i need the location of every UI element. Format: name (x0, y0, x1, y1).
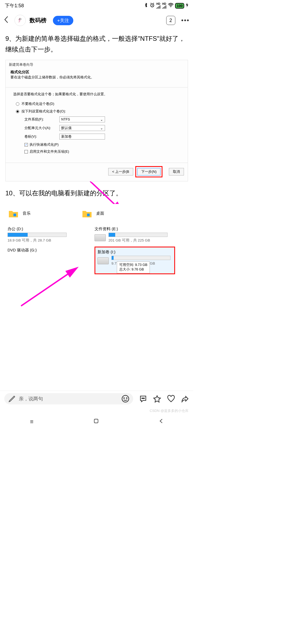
svg-point-10 (124, 398, 125, 398)
library-desktop[interactable]: 桌面 (82, 208, 104, 219)
drive-e-progress (108, 233, 168, 237)
svg-point-11 (126, 398, 127, 398)
checkbox-checked-icon: ✓ (24, 143, 28, 147)
next-button-wiz[interactable]: 下一步(N) (137, 168, 161, 175)
svg-point-14 (144, 398, 145, 398)
wizard-heading: 格式化分区 (10, 70, 183, 75)
status-time: 下午1:58 (5, 2, 24, 9)
recents-button[interactable]: ≡ (30, 418, 34, 425)
alarm-icon (150, 3, 155, 9)
drive-d-progress (8, 233, 67, 237)
svg-point-4 (20, 19, 21, 19)
drive-e[interactable]: 文件资料 (E:) 201 GB 可用，共 225 GB (95, 226, 175, 243)
emoji-icon[interactable] (121, 395, 129, 403)
wizard-window-title: 新建简单卷向导 (6, 60, 188, 68)
author-name[interactable]: 数码榜 (30, 17, 46, 24)
chevron-down-icon: ⌄ (100, 118, 103, 122)
drive-tooltip: 可用空间: 9.73 GB 总大小: 9.76 GB (117, 261, 150, 273)
status-icons: HD HD 100 (144, 2, 189, 9)
blocksize-label: 分配单元大小(A): (24, 126, 59, 130)
svg-rect-15 (94, 419, 98, 423)
comment-bar: 亲，说两句 (0, 391, 193, 406)
drive-g[interactable]: DVD 驱动器 (G:) (8, 248, 88, 253)
back-nav-button[interactable] (159, 418, 163, 425)
hdd-icon (97, 257, 109, 264)
back-button[interactable] (4, 16, 12, 25)
svg-point-13 (143, 398, 144, 398)
author-avatar[interactable] (15, 15, 26, 26)
svg-point-1 (171, 6, 171, 7)
svg-point-12 (142, 398, 143, 398)
chevron-down-icon: ⌄ (100, 126, 103, 130)
radio-icon (16, 102, 19, 106)
status-bar: 下午1:58 HD HD 100 (0, 0, 193, 11)
charging-icon (186, 3, 189, 9)
watermark: CSDN @蓝多多的小仓库 (150, 408, 189, 413)
drive-i-progress (111, 256, 171, 260)
heart-icon[interactable] (167, 395, 175, 403)
follow-button[interactable]: +关注 (53, 16, 73, 25)
app-header: 数码榜 +关注 2 ••• (0, 11, 193, 30)
signal-2-icon: HD (162, 2, 166, 9)
hdd-icon (95, 234, 106, 241)
star-icon[interactable] (153, 395, 161, 403)
wizard-screenshot: 新建简单卷向导 格式化分区 要在这个磁盘分区上储存数据，你必须先将其格式化。 选… (5, 60, 188, 181)
cancel-button-wiz[interactable]: 取消 (169, 168, 184, 175)
share-icon[interactable] (181, 395, 189, 403)
radio-do-format[interactable]: 按下列设置格式化这个卷(O): (16, 109, 180, 114)
radio-selected-icon (16, 110, 19, 113)
signal-1-icon: HD (156, 2, 161, 9)
compress-checkbox[interactable]: 启用文件和文件夹压缩(E) (24, 149, 180, 154)
filesystem-label: 文件系统(F): (24, 117, 59, 122)
svg-point-3 (19, 19, 20, 19)
folder-icon (8, 208, 19, 219)
drive-d[interactable]: 办公 (D:) 18.9 GB 可用，共 28.7 GB (8, 226, 88, 243)
step-9-text: 9、为新建的简单卷选择磁盘的格式，一般选择"NTFS"就好了，继续点击下一步。 (5, 33, 188, 54)
back-button-wiz[interactable]: < 上一步(B (108, 168, 133, 175)
volname-label: 卷标(V): (24, 134, 59, 139)
checkbox-icon (24, 150, 28, 153)
svg-rect-6 (13, 214, 16, 216)
new-volume-highlight: 新加卷 (I:) 9.73 GB 可用，共 9.76 GB 可用空间: 9.73… (95, 247, 175, 274)
home-button[interactable] (93, 418, 99, 425)
system-nav-bar: ≡ (0, 414, 193, 429)
library-music[interactable]: 音乐 (8, 208, 31, 219)
quickformat-checkbox[interactable]: ✓ 执行快速格式化(P) (24, 142, 180, 147)
filesystem-select[interactable]: NTFS ⌄ (59, 116, 105, 122)
wizard-subheading: 要在这个磁盘分区上储存数据，你必须先将其格式化。 (10, 75, 183, 80)
page-indicator[interactable]: 2 (166, 16, 175, 25)
svg-point-9 (122, 395, 129, 402)
radio-no-format[interactable]: 不要格式化这个卷(D) (16, 101, 180, 106)
highlight-box: 下一步(N) (135, 166, 162, 177)
comments-icon[interactable] (139, 395, 147, 403)
pencil-icon (8, 395, 16, 403)
volname-input[interactable]: 新加卷 (59, 134, 105, 140)
battery-icon: 100 (175, 3, 184, 9)
bluetooth-icon (144, 3, 148, 9)
article-content: 9、为新建的简单卷选择磁盘的格式，一般选择"NTFS"就好了，继续点击下一步。 … (0, 30, 193, 294)
blocksize-select[interactable]: 默认值 ⌄ (59, 125, 105, 131)
drives-screenshot: 音乐 桌面 办公 (D:) 18.9 GB 可用，共 28.7 GB DVD 驱… (5, 204, 188, 290)
wizard-instruction: 选择是否要格式化这个卷；如果要格式化，要使用什么设置。 (13, 92, 180, 97)
more-menu-icon[interactable]: ••• (181, 17, 190, 24)
wifi-icon (168, 3, 173, 9)
svg-rect-7 (87, 214, 90, 216)
folder-icon (82, 208, 92, 219)
comment-input[interactable]: 亲，说两句 (4, 393, 133, 404)
